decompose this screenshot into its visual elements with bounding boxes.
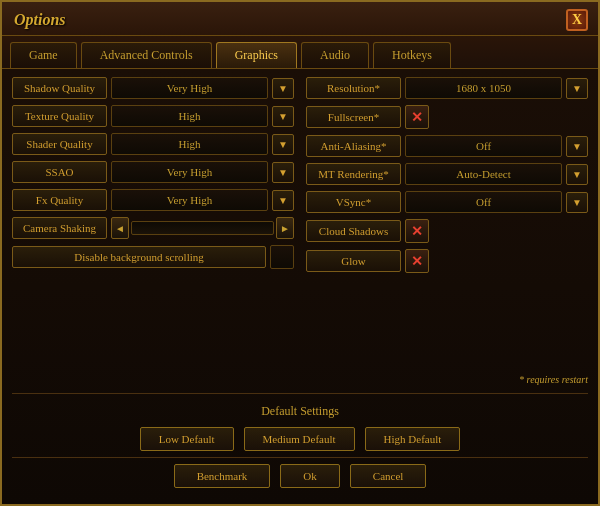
vsync-label: VSync*: [306, 191, 401, 213]
shadow-quality-label: Shadow Quality: [12, 77, 107, 99]
footer-buttons: Benchmark Ok Cancel: [12, 457, 588, 496]
glow-row: Glow ✕: [306, 249, 588, 273]
camera-shaking-label: Camera Shaking: [12, 217, 107, 239]
restart-note: * requires restart: [12, 372, 588, 387]
cancel-button[interactable]: Cancel: [350, 464, 427, 488]
left-settings-col: Shadow Quality Very High ▼ Texture Quali…: [12, 77, 294, 372]
tab-audio[interactable]: Audio: [301, 42, 369, 68]
title-bar: Options X: [2, 2, 598, 36]
medium-default-button[interactable]: Medium Default: [244, 427, 355, 451]
mt-rendering-row: MT Rendering* Auto-Detect ▼: [306, 163, 588, 185]
mt-rendering-dropdown[interactable]: ▼: [566, 164, 588, 185]
glow-label: Glow: [306, 250, 401, 272]
mt-rendering-label: MT Rendering*: [306, 163, 401, 185]
low-default-button[interactable]: Low Default: [140, 427, 234, 451]
shader-quality-dropdown[interactable]: ▼: [272, 134, 294, 155]
disable-scrolling-row: Disable background scrolling: [12, 245, 294, 269]
resolution-label: Resolution*: [306, 77, 401, 99]
shadow-quality-value: Very High: [111, 77, 268, 99]
options-window: Options X Game Advanced Controls Graphic…: [0, 0, 600, 506]
vsync-dropdown[interactable]: ▼: [566, 192, 588, 213]
default-settings-buttons: Low Default Medium Default High Default: [12, 423, 588, 457]
high-default-button[interactable]: High Default: [365, 427, 461, 451]
tab-hotkeys[interactable]: Hotkeys: [373, 42, 451, 68]
shadow-quality-row: Shadow Quality Very High ▼: [12, 77, 294, 99]
fullscreen-row: Fullscreen* ✕: [306, 105, 588, 129]
slider-left-btn[interactable]: ◄: [111, 217, 129, 239]
ok-button[interactable]: Ok: [280, 464, 339, 488]
shader-quality-value: High: [111, 133, 268, 155]
antialiasing-value: Off: [405, 135, 562, 157]
slider-track[interactable]: [131, 221, 274, 235]
benchmark-button[interactable]: Benchmark: [174, 464, 271, 488]
ssao-row: SSAO Very High ▼: [12, 161, 294, 183]
cloud-shadows-checkbox[interactable]: ✕: [405, 219, 429, 243]
texture-quality-row: Texture Quality High ▼: [12, 105, 294, 127]
fullscreen-checkbox[interactable]: ✕: [405, 105, 429, 129]
close-button[interactable]: X: [566, 9, 588, 31]
resolution-row: Resolution* 1680 x 1050 ▼: [306, 77, 588, 99]
fx-quality-dropdown[interactable]: ▼: [272, 190, 294, 211]
antialiasing-row: Anti-Aliasing* Off ▼: [306, 135, 588, 157]
slider-right-btn[interactable]: ►: [276, 217, 294, 239]
settings-content: Shadow Quality Very High ▼ Texture Quali…: [2, 68, 598, 504]
shadow-quality-dropdown[interactable]: ▼: [272, 78, 294, 99]
tab-graphics[interactable]: Graphics: [216, 42, 297, 68]
ssao-value: Very High: [111, 161, 268, 183]
resolution-value: 1680 x 1050: [405, 77, 562, 99]
fx-quality-row: Fx Quality Very High ▼: [12, 189, 294, 211]
disable-scrolling-label: Disable background scrolling: [12, 246, 266, 268]
window-title: Options: [14, 11, 66, 29]
fx-quality-value: Very High: [111, 189, 268, 211]
cloud-shadows-row: Cloud Shadows ✕: [306, 219, 588, 243]
disable-scrolling-checkbox[interactable]: [270, 245, 294, 269]
camera-shaking-slider: ◄ ►: [111, 217, 294, 239]
texture-quality-label: Texture Quality: [12, 105, 107, 127]
vsync-value: Off: [405, 191, 562, 213]
ssao-dropdown[interactable]: ▼: [272, 162, 294, 183]
antialiasing-dropdown[interactable]: ▼: [566, 136, 588, 157]
settings-grid: Shadow Quality Very High ▼ Texture Quali…: [12, 77, 588, 372]
texture-quality-value: High: [111, 105, 268, 127]
tab-advanced[interactable]: Advanced Controls: [81, 42, 212, 68]
right-settings-col: Resolution* 1680 x 1050 ▼ Fullscreen* ✕ …: [306, 77, 588, 372]
shader-quality-label: Shader Quality: [12, 133, 107, 155]
fx-quality-label: Fx Quality: [12, 189, 107, 211]
fullscreen-label: Fullscreen*: [306, 106, 401, 128]
glow-checkbox[interactable]: ✕: [405, 249, 429, 273]
shader-quality-row: Shader Quality High ▼: [12, 133, 294, 155]
tab-game[interactable]: Game: [10, 42, 77, 68]
camera-shaking-row: Camera Shaking ◄ ►: [12, 217, 294, 239]
antialiasing-label: Anti-Aliasing*: [306, 135, 401, 157]
default-settings-title: Default Settings: [12, 398, 588, 423]
ssao-label: SSAO: [12, 161, 107, 183]
mt-rendering-value: Auto-Detect: [405, 163, 562, 185]
resolution-dropdown[interactable]: ▼: [566, 78, 588, 99]
tab-bar: Game Advanced Controls Graphics Audio Ho…: [2, 36, 598, 68]
divider: [12, 393, 588, 394]
cloud-shadows-label: Cloud Shadows: [306, 220, 401, 242]
vsync-row: VSync* Off ▼: [306, 191, 588, 213]
texture-quality-dropdown[interactable]: ▼: [272, 106, 294, 127]
